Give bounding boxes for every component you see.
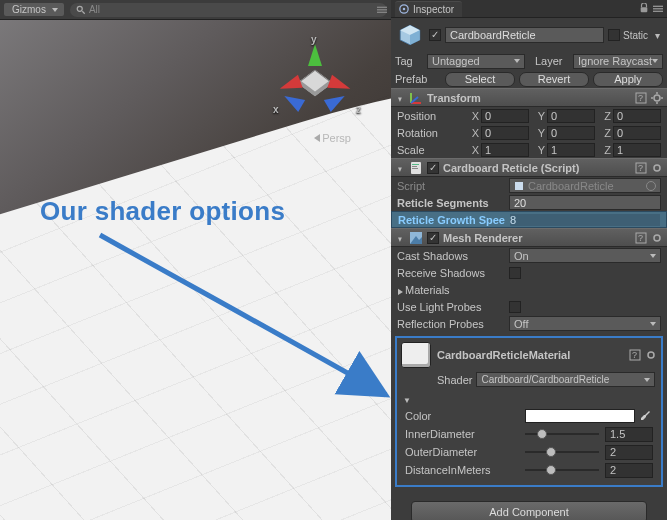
- cast-shadows-dropdown[interactable]: On: [509, 248, 661, 263]
- shader-dropdown[interactable]: Cardboard/CardboardReticle: [476, 372, 655, 387]
- svg-rect-8: [653, 5, 663, 6]
- inner-diameter-input[interactable]: 1.5: [605, 427, 653, 442]
- position-row: Position X0 Y0 Z0: [391, 107, 667, 124]
- svg-point-19: [654, 95, 660, 101]
- shader-row: Shader Cardboard/CardboardReticle: [397, 372, 661, 391]
- scale-x-input[interactable]: 1: [481, 143, 529, 157]
- svg-line-1: [82, 11, 85, 14]
- svg-rect-25: [412, 164, 419, 165]
- distance-slider[interactable]: [525, 463, 599, 477]
- lock-icon: [639, 3, 649, 13]
- light-probes-checkbox[interactable]: [509, 301, 521, 313]
- search-placeholder: All: [89, 4, 100, 15]
- static-checkbox[interactable]: [608, 29, 620, 41]
- color-field[interactable]: [525, 409, 635, 423]
- script-reference-field[interactable]: CardboardReticle: [509, 178, 661, 193]
- static-dropdown[interactable]: ▾: [651, 30, 663, 41]
- reticle-segments-input[interactable]: 20: [509, 195, 661, 210]
- script-reference-row: Script CardboardReticle: [391, 177, 667, 194]
- help-icon[interactable]: ?: [635, 92, 647, 104]
- layer-dropdown[interactable]: Ignore Raycast: [573, 54, 663, 69]
- rotation-z-input[interactable]: 0: [613, 126, 661, 140]
- gear-icon[interactable]: [651, 232, 663, 244]
- gameobject-enable-checkbox[interactable]: [429, 29, 441, 41]
- receive-shadows-checkbox[interactable]: [509, 267, 521, 279]
- axis-y-label: y: [311, 34, 317, 45]
- gizmos-dropdown[interactable]: Gizmos: [4, 3, 64, 16]
- tag-layer-row: Tag Untagged Layer Ignore Raycast: [391, 52, 667, 70]
- inspector-icon: [399, 4, 409, 14]
- scale-z-input[interactable]: 1: [613, 143, 661, 157]
- fold-icon: [396, 162, 404, 174]
- fold-icon[interactable]: [403, 393, 411, 405]
- gizmo-axis-z-left[interactable]: [281, 90, 305, 112]
- mesh-enable-checkbox[interactable]: [427, 232, 439, 244]
- lock-button[interactable]: [639, 3, 649, 15]
- gear-icon[interactable]: [645, 349, 657, 361]
- scene-search-input[interactable]: All: [70, 3, 387, 17]
- svg-rect-2: [377, 7, 387, 8]
- inner-diameter-row: InnerDiameter 1.5: [397, 425, 661, 443]
- menu-icon: [653, 4, 663, 14]
- transform-icon: [409, 91, 423, 105]
- inspector-tab[interactable]: Inspector: [395, 1, 462, 17]
- svg-rect-9: [653, 8, 663, 9]
- static-toggle[interactable]: Static ▾: [608, 29, 663, 41]
- help-icon[interactable]: ?: [629, 349, 641, 361]
- projection-toggle[interactable]: Persp: [314, 132, 351, 144]
- mesh-renderer-header[interactable]: Mesh Renderer ?: [391, 228, 667, 247]
- materials-row[interactable]: Materials: [391, 281, 667, 298]
- inner-diameter-slider[interactable]: [525, 427, 599, 441]
- help-icon[interactable]: ?: [635, 162, 647, 174]
- eyedropper-button[interactable]: [639, 409, 653, 423]
- svg-rect-31: [515, 182, 523, 190]
- gear-icon[interactable]: [651, 162, 663, 174]
- help-icon[interactable]: ?: [635, 232, 647, 244]
- scene-view[interactable]: Gizmos All y x z Persp Our shader option…: [0, 0, 391, 520]
- gear-icon[interactable]: [651, 92, 663, 104]
- distance-input[interactable]: 2: [605, 463, 653, 478]
- rotation-x-input[interactable]: 0: [481, 126, 529, 140]
- prefab-label: Prefab: [395, 73, 441, 85]
- svg-point-35: [654, 235, 660, 241]
- object-picker-icon[interactable]: [646, 181, 656, 191]
- scale-y-input[interactable]: 1: [547, 143, 595, 157]
- eyedropper-icon: [640, 410, 652, 422]
- tag-dropdown[interactable]: Untagged: [427, 54, 525, 69]
- svg-point-38: [648, 352, 654, 358]
- gameobject-name-input[interactable]: CardboardReticle: [445, 27, 604, 43]
- prefab-apply-button[interactable]: Apply: [593, 72, 663, 87]
- add-component-button[interactable]: Add Component: [411, 501, 647, 520]
- material-header[interactable]: CardboardReticleMaterial ?: [397, 338, 661, 372]
- reticle-growth-input[interactable]: 8: [510, 214, 660, 226]
- reflection-probes-dropdown[interactable]: Off: [509, 316, 661, 331]
- gameobject-icon[interactable]: [395, 21, 425, 49]
- scene-toolbar: Gizmos All: [0, 0, 391, 20]
- fold-icon: [396, 92, 404, 104]
- script-enable-checkbox[interactable]: [427, 162, 439, 174]
- gizmo-axis-y[interactable]: [308, 44, 322, 66]
- panel-options-menu[interactable]: [653, 4, 663, 14]
- gameobject-header: CardboardReticle Static ▾: [391, 18, 667, 52]
- fold-icon: [396, 284, 404, 296]
- axis-z-label: z: [356, 104, 361, 115]
- svg-rect-4: [377, 12, 387, 13]
- position-y-input[interactable]: 0: [547, 109, 595, 123]
- prefab-revert-button[interactable]: Revert: [519, 72, 589, 87]
- position-z-input[interactable]: 0: [613, 109, 661, 123]
- receive-shadows-row: Receive Shadows: [391, 264, 667, 281]
- transform-component-header[interactable]: Transform ?: [391, 88, 667, 107]
- prefab-select-button[interactable]: Select: [445, 72, 515, 87]
- scene-options-menu[interactable]: [375, 0, 389, 20]
- outer-diameter-slider[interactable]: [525, 445, 599, 459]
- reticle-script-header[interactable]: Cardboard Reticle (Script) ?: [391, 158, 667, 177]
- svg-rect-10: [653, 10, 663, 11]
- light-probes-row: Use Light Probes: [391, 298, 667, 315]
- reticle-growth-row: Reticle Growth Spee 8: [391, 211, 667, 228]
- svg-point-0: [77, 6, 82, 11]
- rotation-y-input[interactable]: 0: [547, 126, 595, 140]
- outer-diameter-input[interactable]: 2: [605, 445, 653, 460]
- svg-text:?: ?: [638, 93, 643, 103]
- orientation-gizmo[interactable]: y x z: [271, 38, 361, 138]
- position-x-input[interactable]: 0: [481, 109, 529, 123]
